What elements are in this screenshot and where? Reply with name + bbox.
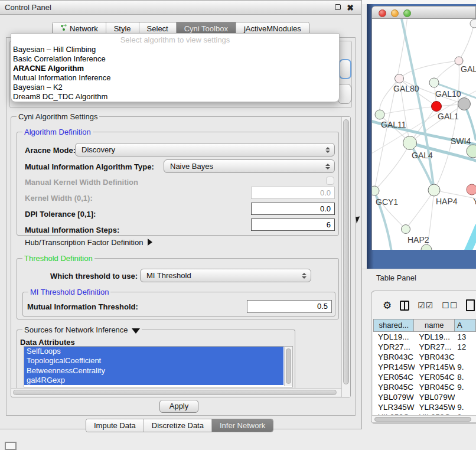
network-node-gal80[interactable]: [395, 74, 404, 83]
minimized-panel-icon[interactable]: [5, 442, 17, 450]
table-cell[interactable]: YBR043C: [373, 352, 415, 362]
control-panel-titlebar[interactable]: Control Panel ✖: [0, 1, 361, 15]
unchecked-columns-icon[interactable]: ☐☐: [442, 301, 458, 310]
checked-columns-icon[interactable]: ☑☑: [418, 301, 433, 310]
network-edge[interactable]: [374, 143, 410, 191]
table-row[interactable]: YDL19...YDL19...13: [373, 332, 476, 342]
algorithm-option[interactable]: Dream8 DC_TDC Algorithm: [11, 92, 339, 102]
table-cell[interactable]: [455, 352, 476, 362]
tab-discretize-data[interactable]: Discretize Data: [144, 419, 212, 432]
mi-threshold-input[interactable]: 0.5: [247, 300, 332, 313]
manual-kernel-checkbox[interactable]: [326, 177, 334, 185]
scrollbar-thumb[interactable]: [286, 348, 291, 384]
network-combo-fragment[interactable]: [338, 84, 351, 104]
table-cell[interactable]: 9.: [455, 402, 476, 412]
network-edge[interactable]: [374, 191, 406, 229]
float-window-icon[interactable]: [335, 4, 341, 10]
column-header-shared-name[interactable]: shared...: [373, 319, 414, 332]
network-node[interactable]: [458, 98, 471, 110]
kernel-width-input[interactable]: 0.0: [251, 187, 335, 199]
network-node-gal11[interactable]: [375, 110, 384, 119]
list-scrollbar[interactable]: [284, 347, 292, 386]
tab-impute-data[interactable]: Impute Data: [86, 419, 144, 432]
aracne-mode-select[interactable]: Discovery: [75, 143, 335, 156]
table-row[interactable]: YBL079WYBL079W: [373, 392, 476, 402]
network-edge[interactable]: [399, 61, 459, 79]
close-traffic-light[interactable]: [379, 9, 386, 17]
table-cell[interactable]: [455, 392, 476, 402]
settings-horizontal-thumb[interactable]: [13, 390, 337, 395]
gear-icon[interactable]: ⚙: [383, 299, 392, 312]
table-row[interactable]: YPR145WYPR145W9.: [373, 362, 476, 372]
algorithm-option[interactable]: Bayesian – Hill Climbing: [11, 45, 339, 54]
network-edge[interactable]: [459, 24, 474, 61]
network-node-gcy1[interactable]: [372, 186, 379, 195]
table-cell[interactable]: YER054C: [373, 372, 415, 382]
settings-vertical-thumb[interactable]: [343, 119, 349, 384]
table-cell[interactable]: YPR145W: [373, 362, 415, 372]
node-table[interactable]: shared... name A YDL19...YDL19...13YDR27…: [373, 319, 476, 415]
table-cell[interactable]: YDL19...: [415, 332, 455, 342]
table-cell[interactable]: YBL079W: [415, 392, 455, 402]
table-horizontal-thumb[interactable]: [374, 417, 471, 422]
table-row[interactable]: YBR045CYBR045C9.: [373, 382, 476, 392]
table-cell[interactable]: YBR045C: [373, 382, 415, 392]
network-edge[interactable]: [374, 19, 407, 191]
document-icon[interactable]: [466, 299, 475, 311]
table-cell[interactable]: 8.: [455, 372, 476, 382]
table-cell[interactable]: YBL079W: [373, 392, 415, 402]
dpi-tolerance-input[interactable]: 0.0: [251, 203, 335, 215]
table-row[interactable]: YLR345WYLR345W9.: [373, 402, 476, 412]
network-node-swi4[interactable]: [467, 145, 476, 158]
column-header-name[interactable]: name: [414, 319, 454, 332]
algorithm-option[interactable]: Basic Correlation Inference: [11, 54, 339, 64]
table-cell[interactable]: YDR27...: [373, 342, 415, 352]
network-canvas[interactable]: GALGAL80GAL10GAL1GAL11SWI4GAL4GCY1HAP4YH…: [371, 19, 476, 250]
table-cell[interactable]: 9.: [455, 362, 476, 372]
network-node[interactable]: [455, 57, 463, 65]
attribute-item-selected[interactable]: gal4RGexp: [24, 376, 283, 385]
network-edge[interactable]: [401, 19, 434, 190]
table-row[interactable]: YDR27...YDR27...12: [373, 342, 476, 352]
network-edge[interactable]: [380, 106, 436, 115]
minimize-traffic-light[interactable]: [391, 9, 399, 17]
network-node-gal1[interactable]: [432, 102, 442, 112]
table-cell[interactable]: YLR345W: [415, 402, 455, 412]
algorithm-option[interactable]: Mutual Information Inference: [11, 73, 339, 83]
mi-type-select[interactable]: Naive Bayes: [164, 159, 335, 173]
network-window-titlebar[interactable]: [371, 6, 476, 19]
network-edge[interactable]: [406, 190, 434, 229]
attribute-item-selected[interactable]: BetweennessCentrality: [24, 366, 283, 376]
data-attributes-list[interactable]: SelfLoopsTopologicalCoefficientBetweenne…: [24, 346, 293, 387]
close-icon[interactable]: ✖: [347, 3, 354, 12]
column-header-clipped[interactable]: A: [455, 319, 476, 332]
which-threshold-select[interactable]: MI Threshold: [140, 269, 311, 282]
attribute-item-selected[interactable]: SelfLoops: [24, 347, 283, 356]
network-node-y[interactable]: [467, 184, 476, 195]
column-layout-icon[interactable]: [400, 301, 409, 311]
mi-steps-input[interactable]: 6: [251, 219, 335, 231]
algorithm-option[interactable]: ARACNE Algorithm: [11, 64, 339, 73]
sources-expander[interactable]: Sources for Network Inference: [22, 325, 142, 334]
table-cell[interactable]: 12: [455, 342, 476, 352]
zoom-traffic-light[interactable]: [403, 9, 411, 17]
attribute-item-selected[interactable]: TopologicalCoefficient: [24, 356, 283, 366]
network-node-hap2[interactable]: [402, 225, 410, 234]
network-node-hap4[interactable]: [428, 184, 440, 196]
table-cell[interactable]: YDR27...: [415, 342, 455, 352]
apply-button[interactable]: Apply: [159, 400, 198, 413]
network-node-gal4[interactable]: [403, 136, 417, 150]
table-cell[interactable]: 9.: [455, 382, 476, 392]
network-node[interactable]: [421, 244, 432, 250]
table-cell[interactable]: YER054C: [415, 372, 455, 382]
tab-infer-network[interactable]: Infer Network: [212, 419, 273, 432]
table-row[interactable]: YBR043CYBR043C: [373, 352, 476, 362]
table-cell[interactable]: YBR043C: [415, 352, 455, 362]
network-node[interactable]: [470, 19, 476, 28]
table-row[interactable]: YER054CYER054C8.: [373, 372, 476, 382]
network-node-gal10[interactable]: [429, 78, 439, 87]
table-cell[interactable]: 13: [455, 332, 476, 342]
table-cell[interactable]: YLR345W: [373, 402, 415, 412]
hub-definition-expander[interactable]: Hub/Transcription Factor Definition: [25, 238, 152, 247]
algorithm-combo-fragment[interactable]: [339, 59, 351, 79]
